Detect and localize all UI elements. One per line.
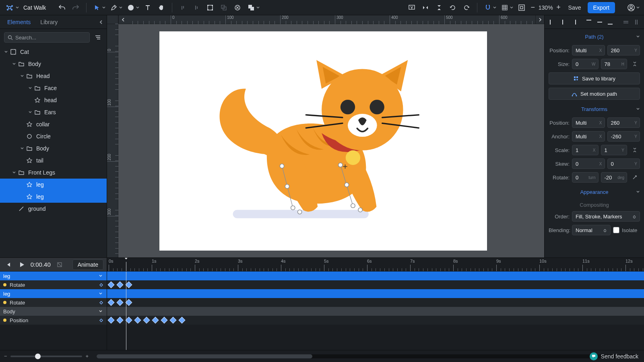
flip-h-icon[interactable] [420,2,431,13]
send-feedback-button[interactable]: Send feedback [590,352,638,360]
tree-node[interactable]: leg [0,179,107,191]
document-name[interactable]: Cat Walk [22,4,54,11]
timecode[interactable]: 0:00.40 [31,261,51,268]
zoom-out[interactable]: − [530,3,536,12]
search-input[interactable]: Search... [4,32,90,43]
section-path[interactable]: Path (2) [545,31,644,43]
align-hcenter-icon[interactable] [558,18,567,27]
keyframe-icon[interactable] [108,317,115,324]
add-keyframe-icon[interactable] [99,318,103,323]
rotate-cw-icon[interactable] [461,2,472,13]
tree-node[interactable]: Ears [0,106,107,118]
keyframe-icon[interactable] [126,317,132,324]
align-left-icon[interactable] [548,18,557,27]
tree-node[interactable]: leg [0,191,107,203]
expand-arrow-icon[interactable] [19,73,25,79]
keyframe-icon[interactable] [108,299,115,306]
undo-icon[interactable] [56,2,68,13]
keyframe-icon[interactable] [134,317,141,324]
redo-icon[interactable] [70,2,81,13]
group-icon[interactable] [218,2,229,13]
timeline-tracks[interactable] [107,272,644,350]
add-keyframe-icon[interactable] [99,300,103,305]
align-bottom-icon[interactable] [606,18,615,27]
path-pos-x-input[interactable]: MultiX [572,45,605,56]
grid-icon[interactable] [499,2,510,13]
tree-node[interactable]: ground [0,203,107,215]
animate-button[interactable]: Animate [72,259,103,270]
zoom-value[interactable]: 130% [539,4,553,11]
keyframe-icon[interactable] [126,299,132,306]
tf-rotate-turn-input[interactable]: 0turn [572,172,599,183]
keyframe-icon[interactable] [117,282,124,288]
export-button[interactable]: Export [588,2,615,13]
tf-skew-x-input[interactable]: 0X [572,158,605,169]
expand-arrow-icon[interactable] [3,49,9,55]
keyframe-icon[interactable] [108,282,115,288]
keyframe-icon[interactable] [170,317,177,324]
scale-link-icon[interactable] [630,145,640,155]
tlzoom-out-icon[interactable]: − [4,353,7,359]
list-filter-icon[interactable] [93,33,103,42]
section-transforms[interactable]: Transforms [545,103,644,115]
timeline-object-row[interactable]: Body [0,307,107,316]
shape-tool-caret[interactable] [136,2,140,13]
path-size-w-input[interactable]: 0W [572,59,599,69]
order-select[interactable]: Fill, Stroke, Markers [572,211,640,222]
tf-rotate-deg-input[interactable]: -20deg [601,172,627,183]
boolean-caret[interactable] [256,2,260,13]
timeline-ruler[interactable]: 0s1s2s3s4s5s6s7s8s9s10s11s12s13s [107,258,644,271]
tf-pos-x-input[interactable]: MultiX [572,117,605,128]
tab-library[interactable]: Library [35,15,62,29]
select-tool-icon[interactable] [91,2,103,13]
expand-arrow-icon[interactable] [11,61,17,67]
account-caret[interactable] [636,2,640,13]
distribute-h-icon[interactable] [621,18,630,27]
ruler-next-icon[interactable] [535,15,544,24]
snap-icon[interactable] [482,2,493,13]
save-button[interactable]: Save [564,4,585,11]
tf-anchor-y-input[interactable]: -260Y [607,131,640,142]
tree-node[interactable]: tail [0,154,107,167]
keyframe-icon[interactable] [143,317,150,324]
timeline-object-row[interactable]: leg [0,272,107,280]
account-icon[interactable] [625,2,637,13]
align-vcenter-icon[interactable] [595,18,604,27]
collapse-left-icon[interactable] [99,20,103,25]
timeline-property-row[interactable]: Rotate [0,298,107,307]
pen-tool-icon[interactable] [108,2,120,13]
boundingbox-icon[interactable] [204,2,216,13]
boolean-icon[interactable] [246,2,257,13]
keyframe-icon[interactable] [152,317,159,324]
app-menu-caret[interactable] [15,2,19,13]
align-top-icon[interactable] [177,2,188,13]
pen-tool-caret[interactable] [119,2,123,13]
playhead[interactable] [126,262,126,271]
keyframe-icon[interactable] [117,299,124,306]
timeline-scrollbar[interactable] [97,354,636,358]
flip-v-icon[interactable] [433,2,445,13]
canvas-area[interactable]: 0100200300400500600 0100200300400 [107,15,544,257]
add-keyframe-icon[interactable] [99,282,103,287]
rotate-ccw-icon[interactable] [447,2,458,13]
keyframe-icon[interactable] [126,282,132,288]
align-right-icon[interactable] [569,18,578,27]
grid-caret[interactable] [510,2,514,13]
tlzoom-in-icon[interactable]: + [85,353,89,359]
tf-scale-x-input[interactable]: 1X [572,145,599,155]
expand-arrow-icon[interactable] [27,109,33,115]
timeline-object-row[interactable]: leg [0,289,107,298]
zoom-in[interactable]: + [555,3,562,12]
tree-node[interactable]: Circle [0,130,107,142]
tree-node[interactable]: Head [0,70,107,82]
shape-tool-icon[interactable] [125,2,136,13]
chevron-down-icon[interactable] [99,292,107,296]
save-to-library-button[interactable]: Save to library [549,72,640,84]
tree-node[interactable]: Face [0,82,107,94]
skip-start-icon[interactable] [3,259,13,270]
artboard[interactable] [159,31,487,251]
snap-caret[interactable] [493,2,497,13]
tab-elements[interactable]: Elements [2,15,35,29]
tlzoom-slider[interactable] [10,356,83,357]
fit-view-icon[interactable] [516,2,527,13]
